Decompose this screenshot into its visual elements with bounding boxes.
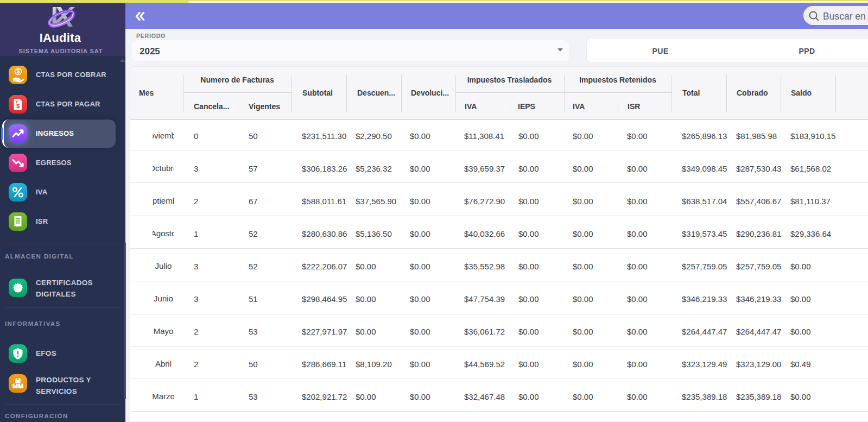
svg-text:$: $ — [16, 103, 20, 109]
svg-text:$: $ — [17, 68, 20, 74]
